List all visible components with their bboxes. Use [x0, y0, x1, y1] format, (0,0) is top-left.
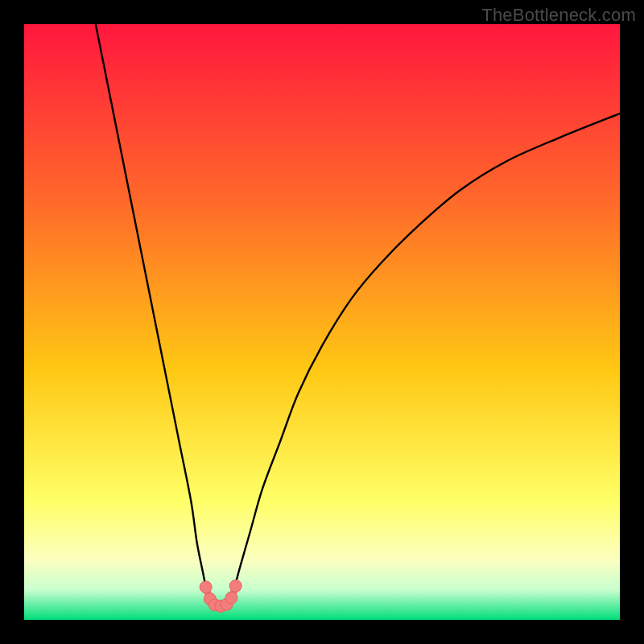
chart-frame: TheBottleneck.com: [0, 0, 644, 644]
trough-marker-point: [229, 580, 242, 592]
trough-marker-point: [225, 592, 237, 604]
plot-area: [24, 24, 620, 620]
chart-svg: [24, 24, 620, 620]
watermark-text: TheBottleneck.com: [481, 5, 636, 26]
trough-marker-point: [200, 581, 212, 593]
